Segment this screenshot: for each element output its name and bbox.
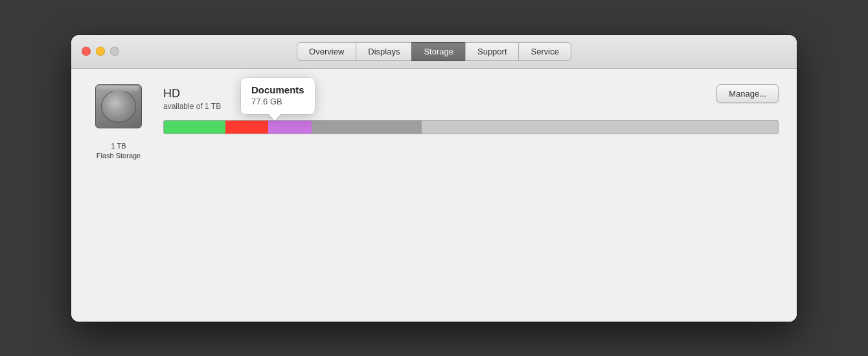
drive-icon-area: 1 TB Flash Storage bbox=[89, 84, 148, 161]
tooltip-popup: Documents 77.6 GB bbox=[241, 78, 315, 114]
hdd-body bbox=[95, 84, 142, 128]
bar-segment-other bbox=[268, 121, 311, 134]
storage-bar bbox=[163, 120, 779, 134]
maximize-button[interactable] bbox=[110, 47, 119, 56]
tooltip-title: Documents bbox=[251, 84, 304, 95]
tab-overview[interactable]: Overview bbox=[297, 42, 356, 61]
tab-support[interactable]: Support bbox=[465, 42, 519, 61]
hdd-icon bbox=[93, 84, 144, 136]
manage-button[interactable]: Manage... bbox=[716, 84, 779, 103]
bar-segment-used bbox=[312, 121, 422, 134]
close-button[interactable] bbox=[82, 47, 91, 56]
minimize-button[interactable] bbox=[96, 47, 105, 56]
tab-displays[interactable]: Displays bbox=[356, 42, 411, 61]
storage-info: Documents 77.6 GB HD available of 1 TB M… bbox=[163, 84, 779, 134]
titlebar: Overview Displays Storage Support Servic… bbox=[71, 35, 797, 69]
bar-segment-documents bbox=[225, 121, 268, 134]
tab-bar: Overview Displays Storage Support Servic… bbox=[297, 42, 571, 61]
traffic-lights bbox=[82, 47, 119, 56]
bar-segment-free bbox=[422, 121, 778, 134]
tab-service[interactable]: Service bbox=[519, 42, 571, 61]
tab-storage[interactable]: Storage bbox=[411, 42, 465, 61]
storage-row: 1 TB Flash Storage Documents 77.6 GB HD … bbox=[89, 84, 779, 161]
storage-content: 1 TB Flash Storage Documents 77.6 GB HD … bbox=[71, 69, 797, 322]
tooltip-value: 77.6 GB bbox=[251, 97, 304, 106]
bar-segment-apps bbox=[164, 121, 225, 134]
main-window: Overview Displays Storage Support Servic… bbox=[71, 35, 797, 322]
drive-capacity-label: 1 TB Flash Storage bbox=[97, 141, 141, 161]
